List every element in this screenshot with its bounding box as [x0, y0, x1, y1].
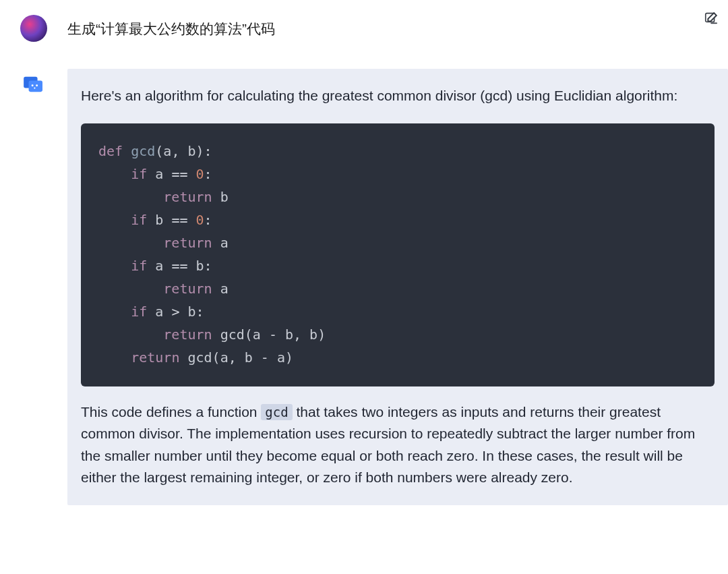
explanation-pre: This code defines a function [81, 404, 261, 420]
svg-point-5 [34, 87, 35, 88]
user-prompt-text: 生成“计算最大公约数的算法”代码 [67, 12, 275, 38]
assistant-avatar [24, 76, 44, 93]
user-message-row: 生成“计算最大公约数的算法”代码 [0, 12, 728, 42]
assistant-message-row: Here's an algorithm for calculating the … [0, 69, 728, 505]
edit-icon [704, 11, 719, 26]
assistant-explanation: This code defines a function gcd that ta… [81, 401, 715, 489]
chat-container: 生成“计算最大公约数的算法”代码 Here's an algorithm for… [0, 0, 728, 505]
inline-code-gcd: gcd [261, 404, 292, 420]
code-token-def: def [98, 143, 123, 159]
code-token-fn: gcd [131, 143, 155, 159]
assistant-response: Here's an algorithm for calculating the … [67, 69, 728, 505]
assistant-avatar-col [0, 69, 67, 93]
svg-point-3 [32, 84, 34, 86]
assistant-intro-text: Here's an algorithm for calculating the … [81, 85, 715, 107]
user-avatar-col [0, 12, 67, 42]
edit-button[interactable] [704, 11, 719, 26]
svg-rect-2 [29, 80, 42, 92]
svg-point-4 [36, 84, 38, 86]
code-block[interactable]: def gcd(a, b): if a == 0: return b if b … [81, 123, 715, 386]
user-avatar [20, 15, 47, 42]
